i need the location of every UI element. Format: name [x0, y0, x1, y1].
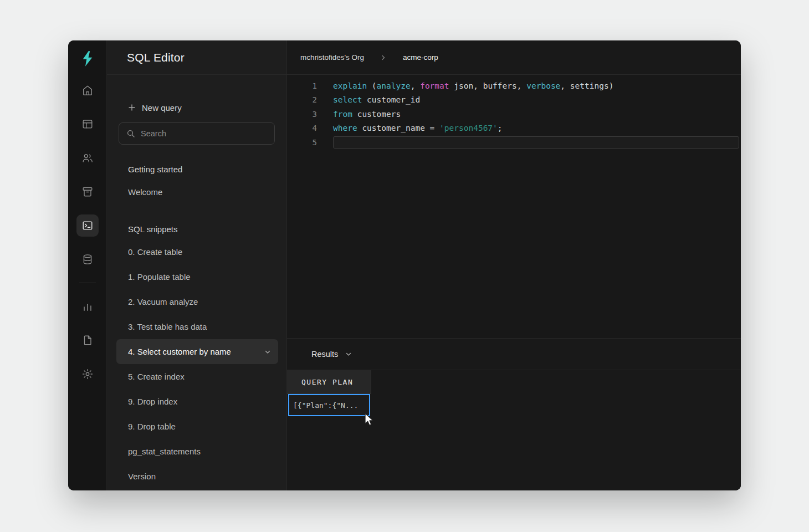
sidebar-item-4-select-customer-by-name[interactable]: 4. Select customer by name	[116, 339, 278, 364]
top-header: SQL Editor mchristofides's Org acme-corp	[107, 40, 741, 75]
line-number: 1	[287, 81, 317, 90]
chevron-down-icon[interactable]	[264, 348, 272, 356]
plus-icon	[128, 104, 136, 111]
reports-chart-icon[interactable]	[76, 295, 99, 318]
sidebar-item-label: 9. Drop index	[128, 397, 177, 406]
section-label: Getting started	[107, 162, 286, 176]
code-text: select customer_id	[333, 95, 420, 104]
line-number: 4	[287, 124, 317, 132]
sidebar-item-welcome[interactable]: Welcome	[116, 180, 278, 204]
search-icon	[126, 129, 135, 138]
users-icon[interactable]	[76, 147, 99, 169]
line-number: 5	[287, 138, 317, 147]
icon-rail	[68, 40, 106, 490]
sidebar-item-label: 5. Create index	[128, 372, 185, 381]
main-panel: 1explain (analyze, format json, buffers,…	[287, 75, 741, 490]
new-query-button[interactable]: New query	[107, 101, 286, 114]
search-input[interactable]	[141, 129, 267, 138]
rail-divider	[79, 283, 96, 283]
settings-gear-icon[interactable]	[76, 363, 99, 385]
sidebar-item-label: 3. Test table has data	[128, 322, 207, 331]
database-icon[interactable]	[76, 248, 99, 270]
sidebar-item-label: 0. Create table	[128, 247, 182, 257]
code-line[interactable]: 2select customer_id	[287, 93, 741, 108]
breadcrumb-project[interactable]: acme-corp	[403, 53, 438, 62]
code-line[interactable]: 4where customer_name = 'person4567';	[287, 121, 741, 136]
code-text: from customers	[333, 110, 401, 119]
sidebar-sections: Getting startedWelcomeSQL snippets0. Cre…	[107, 162, 286, 489]
breadcrumb-org[interactable]: mchristofides's Org	[300, 53, 364, 62]
sidebar-item-1-populate-table[interactable]: 1. Populate table	[116, 264, 278, 289]
code-line[interactable]: 1explain (analyze, format json, buffers,…	[287, 79, 741, 93]
logs-file-icon[interactable]	[76, 329, 99, 351]
code-area: 1explain (analyze, format json, buffers,…	[287, 79, 741, 150]
page-title: SQL Editor	[127, 51, 185, 64]
sidebar-item-0-create-table[interactable]: 0. Create table	[116, 239, 278, 264]
sidebar-item-label: 1. Populate table	[128, 272, 191, 282]
results-bar: Results	[287, 338, 741, 370]
code-text: explain (analyze, format json, buffers, …	[333, 81, 613, 90]
code-text	[333, 136, 739, 149]
sidebar-item-label: Welcome	[128, 187, 162, 197]
chevron-down-icon[interactable]	[345, 350, 352, 358]
new-query-label: New query	[142, 103, 182, 112]
sidebar-item-9-drop-table[interactable]: 9. Drop table	[116, 414, 278, 439]
query-plan-column-header: QUERY PLAN	[287, 370, 371, 394]
section-label: SQL snippets	[107, 222, 286, 236]
code-text: where customer_name = 'person4567';	[333, 124, 503, 132]
line-number: 3	[287, 110, 317, 119]
sidebar-item-3-test-table-has-data[interactable]: 3. Test table has data	[116, 314, 278, 339]
search-box	[119, 122, 275, 145]
query-plan-selected-cell[interactable]: [{"Plan":{"N...	[288, 394, 370, 416]
code-line[interactable]: 3from customers	[287, 107, 741, 121]
table-editor-icon[interactable]	[76, 113, 99, 135]
app-window: SQL Editor mchristofides's Org acme-corp…	[68, 40, 741, 490]
sql-editor[interactable]: 1explain (analyze, format json, buffers,…	[287, 75, 741, 338]
sidebar-item-label: 2. Vacuum analyze	[128, 297, 198, 306]
results-body: QUERY PLAN [{"Plan":{"N...	[287, 370, 741, 490]
sidebar-item-label: pg_stat_statements	[128, 447, 201, 456]
sidebar-section: SQL snippets0. Create table1. Populate t…	[107, 222, 286, 489]
sidebar-item-label: Version	[128, 472, 156, 481]
chevron-right-icon	[380, 54, 387, 62]
sidebar-item-pg-stat-statements[interactable]: pg_stat_statements	[116, 439, 278, 464]
sidebar-section: Getting startedWelcome	[107, 162, 286, 204]
results-dropdown[interactable]: Results	[311, 350, 338, 359]
sidebar: New query Getting startedWelcomeSQL snip…	[107, 75, 287, 490]
sidebar-item-9-drop-index[interactable]: 9. Drop index	[116, 389, 278, 414]
sidebar-item-label: 4. Select customer by name	[128, 347, 231, 356]
sidebar-item-2-vacuum-analyze[interactable]: 2. Vacuum analyze	[116, 289, 278, 314]
sidebar-item-5-create-index[interactable]: 5. Create index	[116, 364, 278, 389]
sidebar-item-label: 9. Drop table	[128, 422, 176, 431]
app-logo-bolt-icon[interactable]	[78, 48, 98, 69]
storage-icon[interactable]	[76, 181, 99, 203]
sql-editor-terminal-icon[interactable]	[76, 214, 99, 237]
sidebar-item-version[interactable]: Version	[116, 464, 278, 489]
sidebar-header: SQL Editor	[107, 40, 287, 74]
breadcrumb: mchristofides's Org acme-corp	[287, 40, 741, 74]
home-icon[interactable]	[76, 79, 99, 101]
code-line[interactable]: 5	[287, 135, 741, 150]
line-number: 2	[287, 95, 317, 104]
